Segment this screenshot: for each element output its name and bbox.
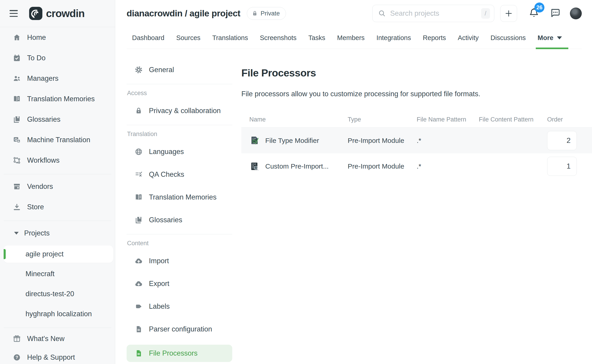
processor-type-cell: Pre-Import Module <box>340 137 409 144</box>
sidebar-divider <box>4 221 111 221</box>
glossaries-icon <box>13 115 21 124</box>
sidebar-project-agile-project[interactable]: agile project <box>4 246 113 263</box>
settings-item-label: Export <box>149 280 169 288</box>
create-project-button[interactable] <box>500 5 517 22</box>
logo-row: crowdin <box>0 0 115 27</box>
table-header-row: Name Type File Name Pattern File Content… <box>241 112 592 128</box>
content-area: General Access Privacy & collaboration T… <box>115 49 592 364</box>
topbar: dianacrowdin / agile project Private / 2… <box>115 0 592 49</box>
settings-item-labels[interactable]: Labels <box>126 299 232 314</box>
notifications-button[interactable]: 26 <box>528 7 540 20</box>
project-label: directus-test-20 <box>26 290 74 298</box>
sidebar-project-hyghraph-localization[interactable]: hyghraph localization <box>0 307 115 321</box>
tab-integrations[interactable]: Integrations <box>376 27 411 49</box>
chat-icon <box>549 7 561 19</box>
settings-item-translation-memories[interactable]: Translation Memories <box>126 190 232 205</box>
settings-item-glossaries[interactable]: Glossaries <box>126 213 232 227</box>
translation-memories-icon <box>13 95 21 103</box>
search-box: / <box>372 5 494 22</box>
store-icon <box>13 203 21 211</box>
gear-icon <box>134 65 143 74</box>
sidebar-projects-toggle[interactable]: Projects <box>0 226 115 240</box>
order-input[interactable] <box>547 131 577 150</box>
sidebar-item-help-support[interactable]: ? Help & Support <box>0 351 115 364</box>
sidebar-item-store[interactable]: Store <box>0 200 115 214</box>
sidebar-item-label: Store <box>27 203 44 211</box>
search-icon <box>378 9 386 18</box>
settings-item-export[interactable]: Export <box>126 276 232 291</box>
tab-reports[interactable]: Reports <box>423 27 446 49</box>
globe-icon <box>134 147 143 156</box>
svg-text:?: ? <box>15 355 18 360</box>
order-input[interactable] <box>547 157 577 176</box>
sidebar-item-label: Vendors <box>27 182 53 191</box>
tab-activity[interactable]: Activity <box>458 27 479 49</box>
settings-item-parser-configuration[interactable]: Parser configuration <box>126 322 232 337</box>
user-avatar[interactable] <box>570 7 582 19</box>
search-input[interactable] <box>390 9 481 18</box>
todo-calendar-icon <box>13 54 21 62</box>
table-row[interactable]: </> Custom Pre-Import... Pre-Import Modu… <box>241 153 592 179</box>
settings-item-label: Import <box>149 257 169 265</box>
sidebar-item-label: Managers <box>27 74 59 83</box>
workflows-icon <box>13 156 21 165</box>
settings-item-qa-checks[interactable]: QA Checks <box>126 167 232 182</box>
settings-item-general[interactable]: General <box>126 63 232 77</box>
settings-divider <box>126 84 232 84</box>
projects-label: Projects <box>24 229 50 237</box>
sidebar-item-machine-translation[interactable]: G Machine Translation <box>0 133 115 147</box>
tab-members[interactable]: Members <box>337 27 365 49</box>
sidebar-item-glossaries[interactable]: Glossaries <box>0 113 115 126</box>
sidebar-nav: Home To Do Managers Translation Memories… <box>0 27 115 364</box>
tab-discussions[interactable]: Discussions <box>491 27 526 49</box>
machine-translation-icon: G <box>13 136 21 144</box>
app-root: crowdin Home To Do Managers Translation … <box>0 0 592 364</box>
table-row[interactable]: File Type Modifier Pre-Import Module .* <box>241 128 592 153</box>
caret-down-icon <box>14 232 19 234</box>
sidebar-item-label: Glossaries <box>27 115 60 124</box>
sidebar-item-whats-new[interactable]: What's New <box>0 332 115 345</box>
tab-dashboard[interactable]: Dashboard <box>132 27 164 49</box>
plus-icon <box>504 9 513 18</box>
sidebar-item-label: Help & Support <box>27 353 75 362</box>
tab-screenshots[interactable]: Screenshots <box>260 27 296 49</box>
settings-item-privacy-collaboration[interactable]: Privacy & collaboration <box>126 104 232 118</box>
sidebar-project-directus-test-20[interactable]: directus-test-20 <box>0 287 115 301</box>
sidebar-project-minecraft[interactable]: Minecraft <box>0 267 115 281</box>
tab-translations[interactable]: Translations <box>212 27 248 49</box>
sidebar-item-translation-memories[interactable]: Translation Memories <box>0 92 115 106</box>
settings-item-label: Languages <box>149 148 184 156</box>
sidebar-item-workflows[interactable]: Workflows <box>0 154 115 167</box>
messages-button[interactable] <box>549 7 561 20</box>
brand-name: crowdin <box>46 7 85 20</box>
settings-item-languages[interactable]: Languages <box>126 144 232 159</box>
settings-divider <box>126 234 232 234</box>
project-breadcrumb: dianacrowdin / agile project <box>126 8 240 19</box>
file-name-pattern-cell: .* <box>409 162 471 170</box>
settings-divider <box>126 125 232 125</box>
settings-item-label: QA Checks <box>149 170 184 179</box>
column-header-file-content-pattern: File Content Pattern <box>471 116 539 123</box>
sidebar-item-home[interactable]: Home <box>0 31 115 44</box>
column-header-name: Name <box>241 116 340 123</box>
sidebar-item-vendors[interactable]: Vendors <box>0 180 115 193</box>
vendors-icon <box>13 182 21 191</box>
help-icon: ? <box>13 353 21 362</box>
hamburger-menu-icon[interactable] <box>10 10 18 17</box>
caret-down-icon <box>557 36 562 39</box>
privacy-badge-label: Private <box>261 10 280 17</box>
tab-more[interactable]: More <box>538 27 562 49</box>
sidebar-item-label: To Do <box>27 54 46 62</box>
settings-item-label: General <box>149 66 174 74</box>
project-label: agile project <box>26 250 64 258</box>
settings-group-content: Content <box>127 240 232 247</box>
file-processors-icon <box>134 349 143 358</box>
settings-item-file-processors[interactable]: File Processors <box>126 345 232 362</box>
tab-tasks[interactable]: Tasks <box>308 27 325 49</box>
column-header-file-name-pattern: File Name Pattern <box>409 116 471 123</box>
tab-sources[interactable]: Sources <box>176 27 200 49</box>
sidebar-item-todo[interactable]: To Do <box>0 51 115 65</box>
settings-item-import[interactable]: Import <box>126 254 232 268</box>
sidebar-divider <box>4 328 111 328</box>
sidebar-item-managers[interactable]: Managers <box>0 72 115 85</box>
